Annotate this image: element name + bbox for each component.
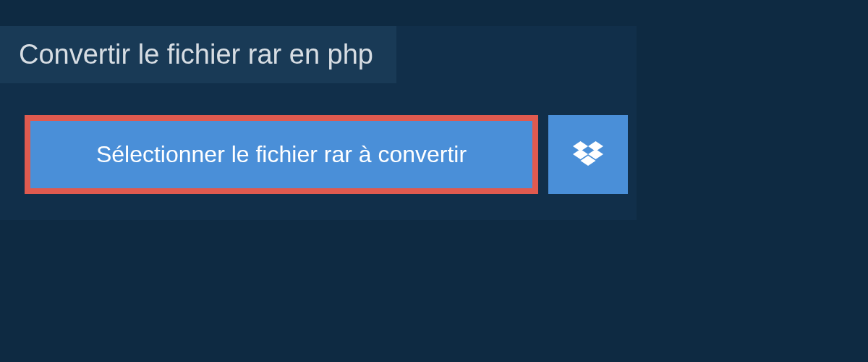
converter-panel: Convertir le fichier rar en php Sélectio…	[0, 26, 637, 220]
select-file-label: Sélectionner le fichier rar à convertir	[96, 141, 467, 168]
dropbox-icon	[573, 141, 603, 169]
button-row: Sélectionner le fichier rar à convertir	[25, 115, 637, 194]
tab-header: Convertir le fichier rar en php	[0, 26, 396, 83]
page-title: Convertir le fichier rar en php	[19, 39, 373, 70]
dropbox-button[interactable]	[548, 115, 628, 194]
select-file-button[interactable]: Sélectionner le fichier rar à convertir	[25, 115, 538, 194]
